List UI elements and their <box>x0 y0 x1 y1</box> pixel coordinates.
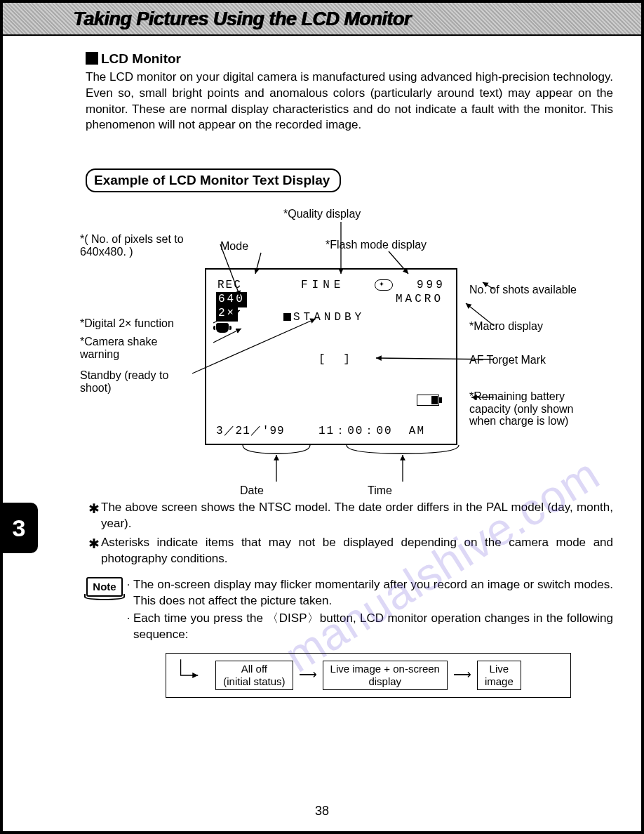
page-number: 38 <box>3 804 641 819</box>
lcd-fine: FINE <box>301 278 344 293</box>
lcd-date: 3／21／'99 <box>216 424 285 439</box>
square-bullet-icon <box>86 52 98 65</box>
lcd-af-brackets: [ ] <box>318 352 356 368</box>
lcd-shots: 999 <box>417 278 445 293</box>
section-heading: LCD Monitor <box>86 50 613 68</box>
lcd-macro: MACRO <box>396 292 443 307</box>
callout-shots: No. of shots available <box>469 284 577 296</box>
lcd-standby: STANDBY <box>293 311 365 324</box>
callout-flash: Flash mode display <box>330 239 427 251</box>
flow-box-alloff: All off(initial status) <box>215 661 293 690</box>
callout-mode: Mode <box>220 240 248 253</box>
arrow-right-icon: ⟶ <box>299 666 317 683</box>
lcd-screen: REC 640 2× FINE 999 MACRO STANDBY [ ] 3／… <box>205 268 457 445</box>
chapter-tab: 3 <box>0 503 38 553</box>
flash-mode-icon <box>375 279 393 291</box>
hand-shake-icon <box>216 323 229 333</box>
section-body: The LCD monitor on your digital camera i… <box>86 70 613 134</box>
footnote-asterisks: Asterisks indicate items that may not be… <box>101 535 613 567</box>
note-disp-button: Each time you press the 〈DISP〉button, LC… <box>133 611 613 643</box>
callout-macro: Macro display <box>474 320 543 332</box>
square-icon <box>283 313 291 321</box>
lcd-diagram: manualshive.com *( No. of pixels set to … <box>80 198 644 500</box>
battery-icon <box>417 395 439 406</box>
asterisk-icon: * <box>80 233 84 245</box>
lcd-zoom: 2× <box>216 306 238 322</box>
callout-digital2x: Digital 2× function <box>84 317 174 329</box>
flow-box-live: Liveimage <box>477 661 521 690</box>
flow-diagram: All off(initial status) ⟶ Live image + o… <box>166 653 571 698</box>
flow-box-liveosd: Live image + on-screendisplay <box>323 661 448 690</box>
lcd-time: 11：00：00 <box>318 425 393 437</box>
callout-aftarget: AF Torget Mark <box>469 354 546 366</box>
callout-standby: Standby (ready to shoot) <box>80 369 185 394</box>
asterisk-bullet-icon: ✱ <box>88 535 101 567</box>
callout-pixels: No. of pixels set to 640x480. <box>80 233 184 258</box>
note-book-icon: Note <box>86 577 123 597</box>
page-title: Taking Pictures Using the LCD Monitor <box>73 8 627 30</box>
lcd-rec: REC <box>217 278 242 293</box>
callout-quality: Quality display <box>288 208 361 220</box>
example-title: Example of LCD Monitor Text Display <box>86 168 341 192</box>
lcd-ampm: AM <box>409 425 425 437</box>
callout-shake: Camera shake warning <box>80 336 157 360</box>
footnote-ntsc: The above screen shows the NTSC model. T… <box>101 500 613 532</box>
note-flicker: The on-screen display may flicker moment… <box>133 577 613 609</box>
arrow-right-icon: ⟶ <box>453 666 471 683</box>
callout-date: Date <box>240 484 264 497</box>
callout-time: Time <box>368 484 392 497</box>
asterisk-bullet-icon: ✱ <box>88 500 101 532</box>
lcd-resolution: 640 <box>216 292 247 307</box>
callout-battery: Remaining battery capacity (only shown w… <box>469 390 574 427</box>
